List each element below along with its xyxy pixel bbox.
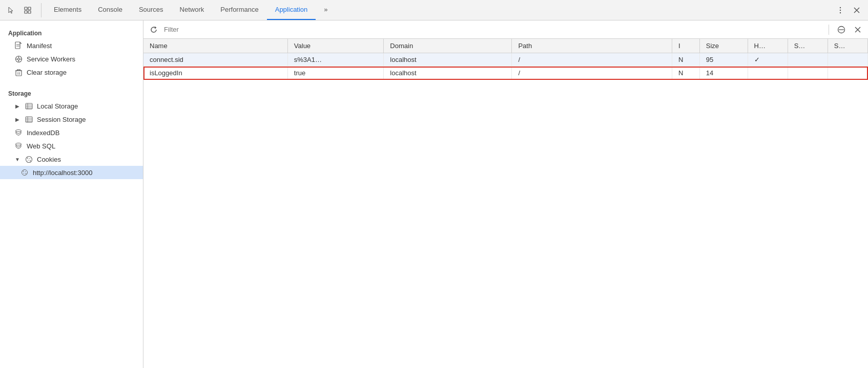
svg-point-46: [26, 174, 27, 175]
filter-divider: [829, 25, 829, 35]
tab-more[interactable]: »: [316, 0, 336, 20]
svg-rect-2: [25, 11, 27, 13]
cell-i: N: [672, 67, 700, 80]
table-header-row: Name Value Domain Path I Size H… S… S…: [143, 39, 868, 53]
col-header-h[interactable]: H…: [748, 39, 788, 53]
cell-domain: localhost: [384, 53, 512, 67]
close-devtools-button[interactable]: [850, 3, 864, 17]
devtools-toolbar: Elements Console Sources Network Perform…: [0, 0, 868, 20]
svg-point-38: [27, 158, 28, 159]
svg-point-41: [30, 160, 31, 161]
cookies-icon: [25, 155, 33, 163]
main-layout: Application Manifest: [0, 20, 868, 368]
svg-point-39: [29, 158, 30, 159]
svg-point-40: [28, 160, 29, 161]
sidebar-item-local-storage[interactable]: ▶ Local Storage: [0, 99, 143, 113]
clear-storage-label: Clear storage: [27, 69, 67, 76]
toolbar-icons: [4, 3, 42, 17]
sidebar-item-cookies-localhost[interactable]: http://localhost:3000: [0, 166, 143, 179]
col-header-s[interactable]: S…: [788, 39, 828, 53]
svg-point-35: [16, 130, 22, 132]
svg-point-36: [16, 143, 22, 145]
service-workers-label: Service Workers: [27, 55, 75, 63]
manifest-icon: [14, 41, 23, 50]
tab-performance[interactable]: Performance: [212, 0, 266, 20]
tab-application[interactable]: Application: [267, 0, 316, 20]
cell-s2: [828, 53, 867, 67]
col-header-domain[interactable]: Domain: [384, 39, 512, 53]
tab-list: Elements Console Sources Network Perform…: [46, 0, 833, 20]
indexeddb-label: IndexedDB: [27, 129, 59, 137]
clear-cookies-button[interactable]: [835, 24, 848, 36]
cell-i: N: [672, 53, 700, 67]
sidebar-item-clear-storage[interactable]: Clear storage: [0, 66, 143, 79]
svg-point-13: [17, 58, 19, 60]
tab-sources[interactable]: Sources: [131, 0, 172, 20]
session-storage-icon: [25, 115, 33, 123]
sidebar-item-manifest[interactable]: Manifest: [0, 39, 143, 52]
svg-rect-18: [16, 71, 22, 76]
tab-network[interactable]: Network: [172, 0, 213, 20]
toolbar-right: [833, 3, 864, 17]
sidebar-item-indexeddb[interactable]: IndexedDB: [0, 126, 143, 139]
cell-domain: localhost: [384, 67, 512, 80]
svg-point-45: [24, 173, 25, 174]
cell-path: /: [512, 53, 672, 67]
cell-size: 95: [699, 53, 748, 67]
cell-s: [788, 67, 828, 80]
cell-name: isLoggedIn: [143, 67, 287, 80]
cell-path: /: [512, 67, 672, 80]
local-storage-arrow: ▶: [14, 103, 20, 109]
svg-rect-9: [15, 42, 20, 49]
cookies-arrow: ▼: [14, 156, 20, 162]
col-header-s2[interactable]: S…: [828, 39, 867, 53]
cookies-label: Cookies: [37, 156, 61, 163]
cursor-tool-button[interactable]: [4, 3, 18, 17]
svg-point-6: [840, 12, 841, 13]
svg-point-4: [840, 7, 841, 8]
col-header-name[interactable]: Name: [143, 39, 287, 53]
svg-point-5: [840, 9, 841, 10]
refresh-button[interactable]: [148, 24, 160, 36]
web-sql-icon: [14, 142, 23, 150]
manifest-label: Manifest: [27, 42, 52, 50]
sidebar-section-storage: Storage: [0, 85, 143, 99]
svg-rect-3: [28, 11, 31, 13]
tab-console[interactable]: Console: [90, 0, 131, 20]
session-storage-arrow: ▶: [14, 116, 20, 122]
cell-h: ✓: [748, 53, 788, 67]
indexeddb-icon: [14, 128, 23, 137]
filter-bar: [143, 20, 868, 39]
svg-point-42: [22, 170, 28, 176]
svg-marker-47: [155, 26, 157, 29]
table-row[interactable]: isLoggedIntruelocalhost/N14: [143, 67, 868, 80]
table-row[interactable]: connect.sids%3A1…localhost/N95✓: [143, 53, 868, 67]
svg-point-37: [26, 156, 32, 162]
data-table-container: Name Value Domain Path I Size H… S… S… c…: [143, 39, 868, 368]
service-workers-icon: [14, 55, 23, 63]
col-header-value[interactable]: Value: [287, 39, 384, 53]
more-options-button[interactable]: [833, 3, 848, 17]
sidebar-item-cookies[interactable]: ▼ Cookies: [0, 153, 143, 166]
sidebar: Application Manifest: [0, 20, 143, 368]
col-header-i[interactable]: I: [672, 39, 700, 53]
cookies-localhost-icon: [20, 168, 29, 177]
sidebar-item-service-workers[interactable]: Service Workers: [0, 52, 143, 66]
col-header-path[interactable]: Path: [512, 39, 672, 53]
inspector-tool-button[interactable]: [20, 3, 35, 17]
delete-selected-button[interactable]: [852, 24, 864, 36]
svg-rect-0: [25, 7, 27, 10]
svg-point-43: [23, 171, 24, 172]
cell-s: [788, 53, 828, 67]
tab-elements[interactable]: Elements: [46, 0, 90, 20]
svg-rect-1: [28, 7, 31, 10]
table-body: connect.sids%3A1…localhost/N95✓isLoggedI…: [143, 53, 868, 80]
cell-value: true: [287, 67, 384, 80]
sidebar-item-web-sql[interactable]: Web SQL: [0, 139, 143, 153]
sidebar-item-session-storage[interactable]: ▶ Session Storage: [0, 113, 143, 126]
cell-name: connect.sid: [143, 53, 287, 67]
col-header-size[interactable]: Size: [699, 39, 748, 53]
cell-s2: [828, 67, 867, 80]
cookies-table: Name Value Domain Path I Size H… S… S… c…: [143, 39, 868, 80]
filter-input[interactable]: [164, 26, 822, 33]
